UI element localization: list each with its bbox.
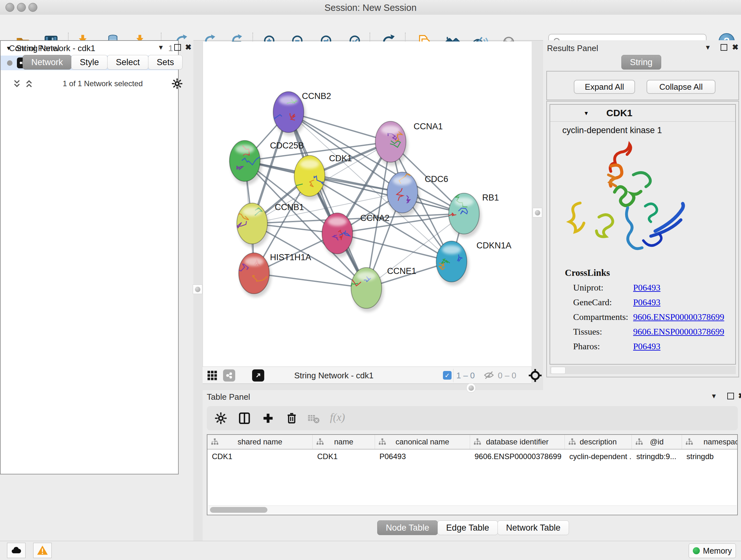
crosslink-label: Uniprot: xyxy=(573,283,633,293)
crosslink-label: GeneCard: xyxy=(573,297,633,307)
selected-checkbox-icon[interactable]: ✓ xyxy=(443,371,452,380)
crosslink-link[interactable]: P06493 xyxy=(633,297,661,307)
window-title: Session: New Session xyxy=(0,3,741,13)
show-columns-icon[interactable] xyxy=(237,411,252,426)
table-hscrollbar[interactable] xyxy=(208,505,737,514)
protein-description: cyclin-dependent kinase 1 xyxy=(562,125,735,135)
network-list: ▼ String Network - cdk1 1 String Network… xyxy=(0,40,179,475)
network-list-header: 1 of 1 Network selected xyxy=(8,76,187,91)
network-options-gear-icon[interactable] xyxy=(172,78,183,89)
fit-selected-crosshair-icon[interactable] xyxy=(528,368,542,384)
node-CCNA2[interactable]: CCNA2 xyxy=(322,213,390,257)
results-panel-close-icon[interactable]: ✖ xyxy=(732,44,738,51)
selected-node-edge-count: 1 – 0 xyxy=(456,371,475,381)
table-panel-collapse-icon[interactable]: ▾ xyxy=(712,392,716,400)
tab-network-table[interactable]: Network Table xyxy=(497,520,569,535)
column-header-name[interactable]: name xyxy=(313,435,375,449)
tab-edge-table[interactable]: Edge Table xyxy=(437,520,498,535)
crosslink-row: Pharos:P06493 xyxy=(573,341,735,352)
card-collapse-icon[interactable]: ▾ xyxy=(585,109,588,117)
results-content-box: ▾ CDK1 cyclin-dependent kinase 1 xyxy=(546,101,739,377)
birdseye-view-icon[interactable] xyxy=(252,369,264,381)
node-label-RB1: RB1 xyxy=(482,193,499,202)
control-panel-title: Control Panel xyxy=(9,44,59,53)
crosslink-link[interactable]: 9606.ENSP00000378699 xyxy=(633,312,724,322)
tab-string[interactable]: String xyxy=(621,55,661,70)
crosslink-label: Tissues: xyxy=(573,327,633,337)
node-label-CCNB2: CCNB2 xyxy=(302,91,331,101)
node-label-CDKN1A: CDKN1A xyxy=(476,241,512,250)
crosslink-link[interactable]: 9606.ENSP00000378699 xyxy=(633,327,724,337)
network-view-toolbar: String Network - cdk1 ✓ 1 – 0 0 – 0 xyxy=(203,367,531,384)
left-splitter-handle[interactable] xyxy=(193,285,202,294)
expand-all-button[interactable]: Expand All xyxy=(574,80,635,94)
protein-structure-image xyxy=(560,137,726,262)
results-panel-float-icon[interactable] xyxy=(721,44,727,51)
node-CCNE1[interactable]: CCNE1 xyxy=(343,266,416,312)
crosslink-link[interactable]: P06493 xyxy=(633,283,661,293)
table-panel-float-icon[interactable] xyxy=(727,393,734,399)
network-view-title: String Network - cdk1 xyxy=(294,371,374,381)
node-label-CDK1: CDK1 xyxy=(329,153,352,163)
add-column-icon[interactable] xyxy=(260,411,276,426)
node-CDC6[interactable]: CDC6 xyxy=(387,172,448,216)
tab-select[interactable]: Select xyxy=(107,55,148,70)
cell-canonicalname: P06493 xyxy=(375,449,470,463)
node-CCNB2[interactable]: CCNB2 xyxy=(270,91,331,136)
node-table-body: CDK1CDK1P064939606.ENSP00000378699cyclin… xyxy=(207,449,737,463)
horizontal-splitter-handle[interactable] xyxy=(466,383,476,393)
node-label-CCNE1: CCNE1 xyxy=(387,266,416,276)
collapse-all-chevrons-icon[interactable] xyxy=(12,79,22,88)
protein-card: ▾ CDK1 cyclin-dependent kinase 1 xyxy=(549,104,736,365)
tab-node-table[interactable]: Node Table xyxy=(377,520,438,535)
node-RB1[interactable]: RB1 xyxy=(448,193,499,238)
control-panel-float-icon[interactable] xyxy=(174,44,181,51)
node-HIST1H1A[interactable]: HIST1H1A xyxy=(235,253,311,297)
memory-label: Memory xyxy=(703,546,732,556)
cell-description: cyclin-dependent ... xyxy=(565,449,632,463)
column-header-databaseidentifier[interactable]: database identifier xyxy=(470,435,565,449)
network-canvas[interactable]: CCNB2CCNA1CDC25BCDK1CDC6RB1CCNB1CCNA2CDK… xyxy=(203,42,532,367)
control-panel-tabs: NetworkStyleSelectSets xyxy=(23,55,183,70)
right-splitter-handle[interactable] xyxy=(533,208,542,217)
column-header-sharedname[interactable]: shared name xyxy=(207,435,313,449)
crosslink-row: GeneCard:P06493 xyxy=(573,297,735,307)
results-panel-collapse-icon[interactable]: ▾ xyxy=(706,44,710,51)
table-hscroll-thumb[interactable] xyxy=(210,507,267,513)
warnings-button[interactable] xyxy=(33,543,52,558)
delete-column-icon[interactable] xyxy=(284,411,299,426)
delete-table-icon-disabled xyxy=(306,411,321,426)
control-panel-close-icon[interactable]: ✖ xyxy=(185,44,192,51)
node-label-CDC6: CDC6 xyxy=(425,174,448,184)
expand-all-chevrons-icon[interactable] xyxy=(24,79,34,88)
column-header-namespace[interactable]: namespace xyxy=(682,435,738,449)
cloud-status-button[interactable] xyxy=(7,543,25,558)
collapse-all-button[interactable]: Collapse All xyxy=(647,80,716,94)
node-CDKN1A[interactable]: CDKN1A xyxy=(436,241,512,286)
node-label-CCNA2: CCNA2 xyxy=(360,213,390,223)
crosslink-link[interactable]: P06493 xyxy=(633,341,661,352)
warning-icon xyxy=(37,545,48,556)
table-settings-gear-icon[interactable] xyxy=(213,411,228,426)
control-panel-collapse-icon[interactable]: ▾ xyxy=(159,44,163,51)
protein-card-header[interactable]: ▾ CDK1 xyxy=(550,105,735,122)
fx-function-builder-icon: f(x) xyxy=(330,411,345,423)
status-bar xyxy=(0,541,741,560)
collection-count: 1 xyxy=(169,44,173,53)
tab-style[interactable]: Style xyxy=(71,55,108,70)
results-hscrollbar[interactable] xyxy=(549,366,736,374)
results-hscroll-thumb[interactable] xyxy=(551,367,565,374)
network-share-view-icon[interactable] xyxy=(223,369,235,381)
tab-sets[interactable]: Sets xyxy=(148,55,183,70)
node-table-header: shared namenamecanonical namedatabase id… xyxy=(207,435,737,449)
grid-view-icon[interactable] xyxy=(207,370,217,382)
results-panel-title: Results Panel xyxy=(547,44,598,53)
column-header-canonicalname[interactable]: canonical name xyxy=(375,435,470,449)
memory-button[interactable]: Memory xyxy=(689,543,736,558)
column-header-id[interactable]: @id xyxy=(632,435,682,449)
table-panel-close-icon[interactable]: ✖ xyxy=(738,392,741,400)
table-row[interactable]: CDK1CDK1P064939606.ENSP00000378699cyclin… xyxy=(207,449,737,463)
node-CDK1[interactable]: CDK1 xyxy=(288,153,352,200)
column-header-description[interactable]: description xyxy=(565,435,632,449)
tab-network[interactable]: Network xyxy=(23,55,71,70)
